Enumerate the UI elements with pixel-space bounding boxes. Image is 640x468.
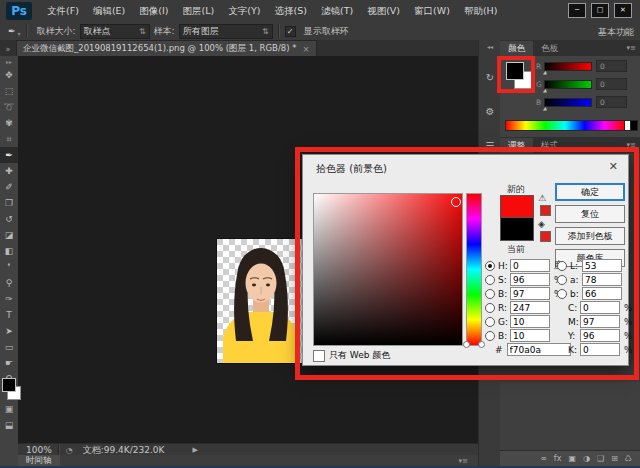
web-colors-only-checkbox[interactable] <box>313 350 325 362</box>
hue-input[interactable] <box>510 259 550 272</box>
screen-mode-icon[interactable]: ⬓ <box>0 420 18 430</box>
black-input[interactable] <box>580 343 620 356</box>
tab-adjustments[interactable]: 调整 <box>500 138 533 153</box>
red-radio[interactable] <box>485 303 495 313</box>
menu-window[interactable]: 窗口(W) <box>407 5 457 18</box>
gamut-warning-icon[interactable]: ⚠ <box>538 193 546 203</box>
menu-type[interactable]: 文字(Y) <box>221 5 267 18</box>
hue-slider-handle[interactable] <box>463 341 470 348</box>
dock-collapse-icon[interactable]: ◂◂ <box>479 40 501 53</box>
tool-quick-selection[interactable]: ✾ <box>0 115 18 131</box>
menu-layer[interactable]: 图层(L) <box>176 5 222 18</box>
adjustments-dock-icon[interactable]: ☰ <box>479 135 501 155</box>
saturation-radio[interactable] <box>485 275 495 285</box>
maximize-button[interactable]: □ <box>591 3 609 18</box>
link-layers-icon[interactable]: ∞ <box>540 454 547 463</box>
minimize-button[interactable]: ─ <box>568 3 586 18</box>
delete-layer-icon[interactable]: ♺ <box>625 454 632 463</box>
tool-marquee[interactable]: ⬚ <box>0 83 18 99</box>
lab-b-radio[interactable] <box>557 289 567 299</box>
lab-l-radio[interactable] <box>557 261 567 271</box>
cyan-input[interactable] <box>580 301 620 314</box>
hue-slider[interactable] <box>466 193 482 346</box>
tool-preset-arrow-icon[interactable]: ▾ <box>18 30 21 37</box>
web-closest-swatch[interactable] <box>540 231 551 242</box>
tool-eraser[interactable]: ◪ <box>0 227 18 243</box>
reset-button[interactable]: 复位 <box>555 205 625 223</box>
zoom-level[interactable]: 100% <box>26 445 52 455</box>
web-color-warning-icon[interactable]: ◈ <box>538 219 545 229</box>
tool-gradient[interactable]: ◧ <box>0 243 18 259</box>
red-value[interactable]: 0 <box>596 60 627 72</box>
document-image[interactable] <box>217 239 305 363</box>
tool-move[interactable]: ✥ <box>0 67 18 83</box>
hue-slider-handle[interactable] <box>478 341 485 348</box>
workspace-switcher[interactable]: 基本功能 <box>598 26 634 39</box>
timeline-menu-icon[interactable]: ▾≡ <box>459 457 468 465</box>
blue-value[interactable]: 0 <box>596 96 627 108</box>
tool-lasso[interactable]: ➰ <box>0 99 18 115</box>
tool-blur[interactable]: ❜ <box>0 259 18 275</box>
green-radio[interactable] <box>485 317 495 327</box>
foreground-color-swatch[interactable] <box>2 378 16 392</box>
panel-menu-icon[interactable]: ▾≡ <box>627 44 636 52</box>
timeline-tab[interactable]: 时间轴 <box>18 455 60 466</box>
status-expand-icon[interactable]: ▶ <box>192 446 197 454</box>
close-button[interactable]: ✕ <box>614 3 632 18</box>
tool-eyedropper[interactable]: ✒ <box>0 147 18 163</box>
layer-mask-icon[interactable]: ▣ <box>568 454 576 463</box>
layer-group-icon[interactable]: ❏ <box>597 454 604 463</box>
tool-brush[interactable]: ✐ <box>0 179 18 195</box>
panel-foreground-swatch[interactable] <box>506 62 524 80</box>
toolbar-collapse-icon[interactable]: ▸▸ <box>0 56 18 67</box>
tool-history-brush[interactable]: ↺ <box>0 211 18 227</box>
green-slider[interactable]: ▲ <box>544 80 592 89</box>
color-spectrum-ramp[interactable] <box>505 120 625 131</box>
adjustment-layer-icon[interactable]: ◑ <box>583 454 590 463</box>
red-input[interactable] <box>510 301 550 314</box>
lab-a-radio[interactable] <box>557 275 567 285</box>
sample-select[interactable]: 所有图层 ⇅ <box>179 24 273 39</box>
show-ring-checkbox[interactable]: ✓ <box>285 26 296 37</box>
gamut-closest-swatch[interactable] <box>540 205 551 216</box>
tab-styles[interactable]: 样式 <box>533 138 566 153</box>
sample-size-select[interactable]: 取样点 ⇅ <box>80 24 150 39</box>
menu-edit[interactable]: 编辑(E) <box>86 5 132 18</box>
blue-slider[interactable]: ▲ <box>544 98 592 107</box>
quick-mask-icon[interactable]: ▣ <box>0 404 18 414</box>
lab-a-input[interactable] <box>582 273 622 286</box>
tool-hand[interactable]: ☛ <box>0 355 18 371</box>
tool-clone-stamp[interactable]: ❐ <box>0 195 18 211</box>
properties-panel-icon[interactable]: ⚙ <box>479 101 501 121</box>
tool-crop[interactable]: ⌗ <box>0 131 18 147</box>
red-slider[interactable]: ▲ <box>544 62 592 71</box>
tool-shape[interactable]: ▭ <box>0 339 18 355</box>
menu-help[interactable]: 帮助(H) <box>457 5 505 18</box>
tool-type[interactable]: T <box>0 307 18 323</box>
menu-file[interactable]: 文件(F) <box>40 5 86 18</box>
add-to-swatches-button[interactable]: 添加到色板 <box>555 227 625 245</box>
menu-image[interactable]: 图像(I) <box>132 5 175 18</box>
saturation-input[interactable] <box>510 273 550 286</box>
tool-path-selection[interactable]: ➤ <box>0 323 18 339</box>
tab-overflow-icon[interactable]: » <box>0 45 16 56</box>
blue-input[interactable] <box>510 329 550 342</box>
magenta-input[interactable] <box>580 315 620 328</box>
lab-l-input[interactable] <box>582 259 622 272</box>
layer-effects-icon[interactable]: fx <box>554 454 562 463</box>
brightness-input[interactable] <box>510 287 550 300</box>
blue-radio[interactable] <box>485 331 495 341</box>
yellow-input[interactable] <box>580 329 620 342</box>
current-color-swatch[interactable] <box>500 217 534 241</box>
tool-dodge[interactable]: ⚲ <box>0 275 18 291</box>
lab-b-input[interactable] <box>582 287 622 300</box>
document-tab[interactable]: 企业微信截图_20190819112654(1).png @ 100% (图层 … <box>16 40 317 56</box>
saturation-brightness-field[interactable] <box>313 193 463 346</box>
menu-view[interactable]: 视图(V) <box>360 5 407 18</box>
new-layer-icon[interactable]: ⊞ <box>611 454 618 463</box>
ok-button[interactable]: 确定 <box>555 183 625 201</box>
color-field-marker[interactable] <box>451 197 461 207</box>
eyedropper-tool-icon[interactable]: ✒ <box>8 26 16 36</box>
green-input[interactable] <box>510 315 550 328</box>
dialog-close-icon[interactable]: ✕ <box>609 160 618 173</box>
